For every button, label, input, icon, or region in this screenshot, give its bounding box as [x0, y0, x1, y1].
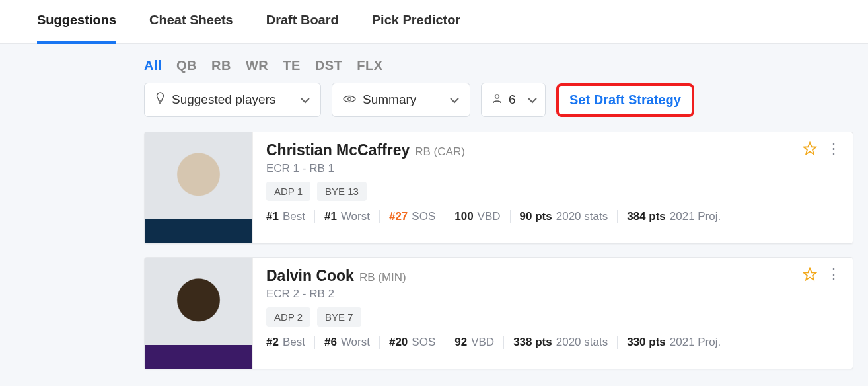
stat-vbd: 92 [454, 336, 467, 349]
stat-label: Worst [341, 336, 370, 349]
filter-wr[interactable]: WR [246, 58, 268, 73]
nav-tabs: Suggestions Cheat Sheets Draft Board Pic… [0, 0, 868, 44]
filter-all[interactable]: All [144, 58, 162, 73]
player-ecr: ECR 2 - RB 2 [266, 288, 840, 301]
player-photo [145, 132, 253, 243]
svg-point-1 [495, 95, 499, 98]
stat-2021: 330 pts [627, 336, 666, 349]
stat-label: 2020 stats [556, 210, 608, 223]
set-draft-strategy-button[interactable]: Set Draft Strategy [556, 83, 694, 117]
player-card: Dalvin Cook RB (MIN) ECR 2 - RB 2 ADP 2 … [144, 257, 853, 369]
stat-label: Worst [341, 210, 370, 223]
player-main: Dalvin Cook RB (MIN) ECR 2 - RB 2 ADP 2 … [253, 258, 853, 369]
stat-sos: #20 [389, 336, 408, 349]
controls-row: Suggested players Summary 6 Set Draft St… [0, 83, 868, 117]
chevron-down-icon [450, 93, 459, 107]
stat-label: VBD [478, 210, 501, 223]
player-name[interactable]: Dalvin Cook [266, 267, 354, 285]
stat-vbd: 100 [454, 210, 473, 223]
stat-label: SOS [412, 336, 435, 349]
stats-row: #1Best #1Worst #27SOS 100VBD 90 pts2020 … [266, 210, 840, 223]
player-position-team: RB (MIN) [359, 271, 406, 284]
stats-row: #2Best #6Worst #20SOS 92VBD 338 pts2020 … [266, 336, 840, 349]
player-list: Christian McCaffrey RB (CAR) ECR 1 - RB … [0, 132, 868, 369]
more-icon[interactable]: ⋮ [826, 146, 841, 152]
stat-best: #2 [266, 336, 279, 349]
bye-badge: BYE 7 [317, 307, 361, 327]
player-card: Christian McCaffrey RB (CAR) ECR 1 - RB … [144, 132, 853, 244]
adp-badge: ADP 1 [266, 182, 310, 201]
stat-label: VBD [471, 336, 494, 349]
filter-rb[interactable]: RB [211, 58, 231, 73]
tab-pick-predictor[interactable]: Pick Predictor [372, 0, 461, 44]
person-icon [492, 93, 502, 107]
filter-dst[interactable]: DST [315, 58, 343, 73]
dropdown-label: Suggested players [172, 93, 289, 107]
stat-label: 2021 Proj. [670, 336, 721, 349]
tab-suggestions[interactable]: Suggestions [37, 0, 116, 44]
more-icon[interactable]: ⋮ [826, 272, 841, 278]
stat-label: 2021 Proj. [670, 210, 721, 223]
stat-sos: #27 [389, 210, 408, 223]
bye-badge: BYE 13 [317, 182, 367, 201]
lightbulb-icon [155, 92, 165, 108]
position-filters: All QB RB WR TE DST FLX [0, 44, 868, 83]
view-dropdown[interactable]: Summary [332, 83, 470, 117]
stat-label: 2020 stats [556, 336, 608, 349]
svg-point-0 [348, 98, 351, 101]
dropdown-label: 6 [509, 93, 516, 107]
stat-best: #1 [266, 210, 279, 223]
tab-draft-board[interactable]: Draft Board [266, 0, 339, 44]
player-photo [145, 258, 253, 369]
player-position-team: RB (CAR) [415, 145, 465, 159]
stat-worst: #6 [324, 336, 337, 349]
stat-worst: #1 [324, 210, 337, 223]
stat-2020: 90 pts [520, 210, 552, 223]
star-icon[interactable] [803, 267, 817, 282]
player-name[interactable]: Christian McCaffrey [266, 141, 410, 159]
player-ecr: ECR 1 - RB 1 [266, 162, 840, 175]
filter-te[interactable]: TE [283, 58, 301, 73]
stat-2021: 384 pts [627, 210, 666, 223]
adp-badge: ADP 2 [266, 307, 310, 327]
filter-qb[interactable]: QB [176, 58, 197, 73]
dropdown-label: Summary [363, 93, 438, 107]
chevron-down-icon [528, 93, 537, 107]
tab-cheat-sheets[interactable]: Cheat Sheets [149, 0, 233, 44]
chevron-down-icon [301, 93, 310, 107]
count-dropdown[interactable]: 6 [481, 83, 546, 117]
stat-label: Best [283, 336, 305, 349]
star-icon[interactable] [803, 141, 817, 156]
stat-label: SOS [412, 210, 435, 223]
stat-label: Best [283, 210, 305, 223]
suggested-players-dropdown[interactable]: Suggested players [144, 83, 321, 117]
player-main: Christian McCaffrey RB (CAR) ECR 1 - RB … [253, 132, 853, 243]
filter-flx[interactable]: FLX [357, 58, 382, 73]
stat-2020: 338 pts [513, 336, 552, 349]
eye-icon [343, 93, 356, 107]
